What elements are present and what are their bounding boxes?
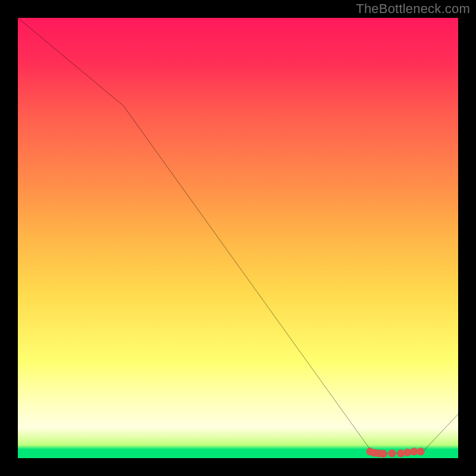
main-curve	[18, 18, 458, 454]
trough-marker	[416, 447, 424, 455]
trough-marker	[388, 449, 396, 457]
chart-frame: TheBottleneck.com	[0, 0, 476, 476]
line-layer	[18, 18, 458, 458]
trough-markers	[366, 447, 424, 458]
watermark-text: TheBottleneck.com	[356, 1, 470, 17]
plot-area	[18, 18, 458, 458]
trough-marker	[380, 450, 387, 458]
